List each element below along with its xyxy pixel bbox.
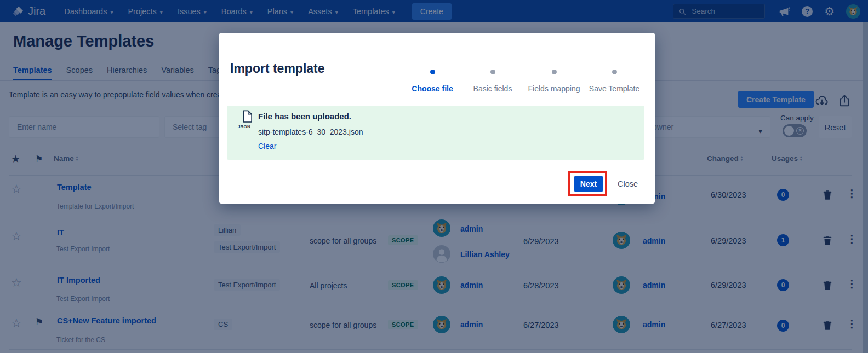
step-dot-icon (612, 70, 617, 74)
jira-manage-templates-screen: Jira Dashboards Projects Issues Boards P… (0, 0, 868, 353)
step-save-template: Save Template (576, 67, 653, 93)
json-file-type-label: JSON (238, 124, 250, 129)
step-dot-icon (430, 70, 435, 74)
uploaded-filename: sitp-templates-6_30_2023.json (258, 128, 363, 136)
close-button[interactable]: Close (618, 176, 638, 192)
step-dot-icon (490, 70, 495, 74)
modal-title: Import template (230, 61, 325, 76)
upload-success-panel: JSON File has been uploaded. sitp-templa… (227, 106, 644, 160)
import-template-modal: Import template Choose file Basic fields… (219, 33, 655, 204)
clear-file-link[interactable]: Clear (258, 142, 276, 151)
document-icon (241, 110, 254, 125)
step-dot-icon (552, 70, 557, 74)
step-label: Save Template (576, 84, 653, 93)
next-button[interactable]: Next (574, 176, 603, 192)
upload-status-text: File has been uploaded. (258, 112, 351, 121)
json-file-icon (241, 110, 254, 125)
